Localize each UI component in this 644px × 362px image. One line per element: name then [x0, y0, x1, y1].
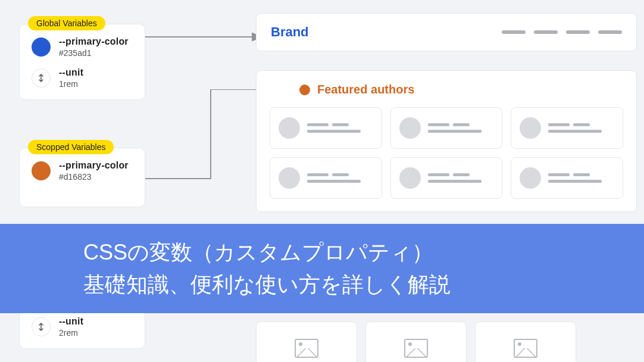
authors-title: Featured authors: [317, 83, 414, 96]
brand-label: Brand: [271, 24, 309, 40]
scoped-variables-card: Scopped Variables --primary-color #d1682…: [19, 148, 145, 207]
image-placeholder-icon: [514, 339, 537, 358]
overlay-line-2: 基礎知識、便利な使い方を詳しく解説: [83, 269, 644, 301]
brand-bar: Brand: [256, 13, 637, 51]
global-unit-name: --unit: [59, 67, 83, 78]
global-primary-row: --primary-color #235ad1: [32, 36, 133, 58]
arrow-global-to-brand: [145, 31, 264, 43]
scoped-unit-name: --unit: [59, 316, 83, 327]
color-swatch-blue: [32, 38, 51, 57]
scoped-primary-value: #d16823: [59, 172, 129, 182]
image-card: [256, 322, 357, 362]
scoped-unit-value: 2rem: [59, 328, 83, 338]
scoped-unit-card: --unit 2rem: [19, 310, 145, 349]
avatar-placeholder: [399, 167, 421, 189]
global-unit-value: 1rem: [59, 79, 83, 89]
global-primary-value: #235ad1: [59, 48, 129, 58]
author-card: [270, 157, 382, 199]
nav-skeleton: [502, 30, 622, 34]
accent-dot-icon: [299, 85, 310, 95]
authors-grid: [270, 107, 623, 199]
author-card: [390, 107, 503, 149]
authors-panel: Featured authors: [256, 70, 637, 212]
overlay-line-1: CSSの変数（カスタムプロパティ）: [83, 236, 644, 269]
image-placeholder-icon: [295, 339, 318, 358]
color-swatch-orange: [32, 161, 51, 180]
image-cards-row: [256, 322, 576, 362]
global-badge: Global Variables: [28, 16, 105, 30]
image-card: [365, 322, 467, 362]
global-variables-card: Global Variables --primary-color #235ad1…: [19, 24, 145, 100]
scoped-primary-name: --primary-color: [59, 160, 129, 171]
global-primary-name: --primary-color: [59, 36, 129, 47]
image-placeholder-icon: [404, 339, 428, 358]
avatar-placeholder: [279, 167, 300, 189]
author-card: [270, 107, 382, 149]
scoped-primary-row: --primary-color #d16823: [32, 160, 133, 182]
avatar-placeholder: [399, 117, 421, 139]
unit-icon: [32, 68, 51, 88]
arrow-scoped-to-authors: [145, 89, 264, 185]
image-card: [475, 322, 576, 362]
avatar-placeholder: [520, 167, 541, 189]
avatar-placeholder: [279, 117, 300, 139]
scoped-badge: Scopped Variables: [28, 140, 114, 154]
author-card: [390, 157, 503, 199]
author-card: [511, 107, 623, 149]
unit-icon: [32, 317, 51, 336]
scoped-unit-row: --unit 2rem: [32, 316, 133, 338]
global-unit-row: --unit 1rem: [32, 67, 133, 89]
authors-header: Featured authors: [299, 83, 623, 96]
avatar-placeholder: [520, 117, 541, 139]
title-overlay: CSSの変数（カスタムプロパティ） 基礎知識、便利な使い方を詳しく解説: [0, 224, 644, 313]
author-card: [511, 157, 623, 199]
